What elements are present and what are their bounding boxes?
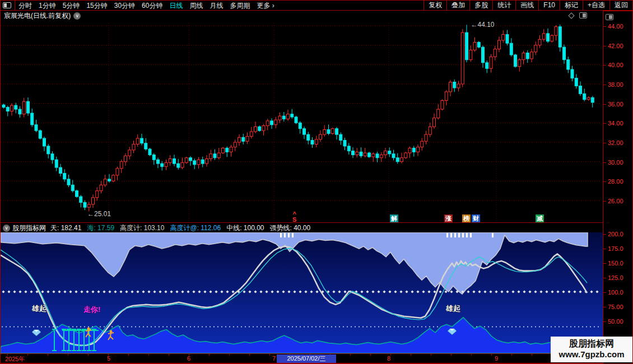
axis-tick bbox=[603, 85, 606, 85]
candle-body bbox=[51, 154, 54, 160]
candle-body bbox=[18, 109, 21, 114]
strong-line-dot bbox=[409, 326, 411, 327]
period-item-周线[interactable]: 周线 bbox=[186, 2, 206, 10]
axis-tick bbox=[603, 278, 606, 278]
candle-body bbox=[360, 152, 362, 156]
strong-line-dot bbox=[335, 326, 336, 327]
tool-item-复权[interactable]: 复权 bbox=[423, 1, 446, 10]
candle-body bbox=[441, 100, 444, 109]
tool-item-多股[interactable]: 多股 bbox=[469, 1, 492, 10]
chevron-down-icon[interactable]: ∨ bbox=[3, 225, 10, 232]
strong-line-dot bbox=[151, 326, 152, 327]
candle-body bbox=[278, 116, 281, 120]
axis-tick bbox=[603, 143, 606, 143]
candle-body bbox=[591, 97, 594, 102]
strong-line-dot bbox=[566, 326, 567, 327]
tool-item-返回[interactable]: 返回 bbox=[609, 1, 632, 10]
top-tick bbox=[466, 233, 468, 237]
candle-body bbox=[59, 167, 62, 173]
indicator-panel[interactable]: 雄起走你!雄起 bbox=[1, 232, 603, 353]
candle-body bbox=[181, 162, 184, 167]
candle-body bbox=[339, 134, 342, 140]
axis-tick bbox=[603, 104, 606, 105]
time-axis[interactable]: 2025年56789 2025/07/02/三 bbox=[1, 353, 603, 363]
price-axis-label: 28.00 bbox=[608, 178, 623, 185]
time-tick bbox=[229, 354, 230, 356]
axis-tick bbox=[603, 162, 606, 163]
strong-line-dot bbox=[402, 326, 403, 327]
strong-line-dot bbox=[366, 326, 367, 327]
candle-body bbox=[555, 27, 557, 36]
period-item-30分钟[interactable]: 30分钟 bbox=[111, 2, 138, 10]
candle-body bbox=[336, 129, 338, 134]
candle-body bbox=[43, 138, 46, 146]
candle-body bbox=[258, 127, 261, 130]
strong-line-dot bbox=[253, 326, 254, 327]
strong-line-dot bbox=[421, 326, 422, 327]
period-item-日线[interactable]: 日线 bbox=[166, 2, 186, 10]
candle-body bbox=[15, 105, 17, 109]
candle-body bbox=[315, 139, 318, 144]
tool-item-标记[interactable]: 标记 bbox=[560, 1, 583, 10]
candle-body bbox=[417, 147, 420, 152]
tool-item-F10[interactable]: F10 bbox=[538, 1, 560, 10]
price-axis-label: 30.00 bbox=[608, 159, 623, 166]
stock-title-bar[interactable]: 宸展光电(日线.前复权) ∨ bbox=[1, 11, 603, 21]
candle-body bbox=[39, 130, 41, 138]
maximize-panel-icon[interactable] bbox=[606, 14, 613, 20]
strong-line-dot bbox=[174, 326, 175, 327]
candle-body bbox=[445, 92, 448, 101]
period-item-多周期[interactable]: 多周期 bbox=[226, 2, 253, 10]
chevron-down-icon[interactable]: ∨ bbox=[73, 12, 81, 20]
candle-body bbox=[482, 47, 485, 63]
strong-line-dot bbox=[394, 326, 395, 327]
strong-line-dot bbox=[249, 326, 250, 327]
period-item-更多 ›[interactable]: 更多 › bbox=[253, 2, 277, 10]
candle-body bbox=[124, 156, 127, 161]
period-item-5分钟[interactable]: 5分钟 bbox=[59, 2, 83, 10]
candle-body bbox=[262, 126, 265, 131]
strong-line-dot bbox=[182, 326, 183, 327]
axis-tick bbox=[603, 249, 606, 249]
indicator-axis-label: 175.0 bbox=[608, 245, 623, 252]
period-item-分时[interactable]: 分时 bbox=[15, 2, 35, 10]
candlestick-chart[interactable]: ←44.10←25.01 bbox=[1, 21, 603, 223]
candle-body bbox=[526, 53, 529, 59]
candle-body bbox=[466, 32, 468, 60]
period-item-60分钟[interactable]: 60分钟 bbox=[138, 2, 166, 10]
candle-body bbox=[63, 173, 66, 179]
candle-body bbox=[201, 160, 204, 164]
tool-item-叠加[interactable]: 叠加 bbox=[446, 1, 469, 10]
layout-icon[interactable] bbox=[3, 2, 11, 8]
candle-body bbox=[396, 158, 399, 162]
strong-line-dot bbox=[6, 326, 7, 327]
candle-body bbox=[152, 155, 155, 160]
strong-line-dot bbox=[347, 326, 348, 327]
strong-line-dot bbox=[429, 326, 430, 327]
strong-line-dot bbox=[155, 326, 156, 327]
candle-body bbox=[392, 154, 395, 158]
candle-body bbox=[461, 32, 464, 84]
strong-line-dot bbox=[496, 326, 497, 327]
tool-item-统计[interactable]: 统计 bbox=[492, 1, 515, 10]
candle-body bbox=[222, 148, 225, 153]
period-item-月线[interactable]: 月线 bbox=[206, 2, 226, 10]
tool-item-+自选[interactable]: +自选 bbox=[583, 1, 609, 10]
period-item-1分钟[interactable]: 1分钟 bbox=[35, 2, 59, 10]
candle-body bbox=[412, 148, 415, 152]
tool-item-画线[interactable]: 画线 bbox=[515, 1, 538, 10]
diamond-icon[interactable] bbox=[568, 12, 574, 18]
period-item-15分钟[interactable]: 15分钟 bbox=[83, 2, 110, 10]
strong-line-dot bbox=[382, 326, 383, 327]
candle-body bbox=[71, 185, 74, 190]
strong-line-dot bbox=[370, 326, 371, 327]
strong-line-dot bbox=[531, 326, 532, 327]
candle-body bbox=[47, 146, 50, 154]
indicator-header[interactable]: ∨ 股朋指标网 天: 182.41海: 17.59高度计: 103.10高度计@… bbox=[1, 223, 603, 232]
strong-line-dot bbox=[339, 326, 340, 327]
candle-body bbox=[473, 42, 476, 50]
strong-line-dot bbox=[315, 326, 316, 327]
split-window-icon[interactable] bbox=[579, 12, 587, 18]
candle-body bbox=[6, 108, 9, 111]
strong-line-dot bbox=[198, 326, 199, 327]
